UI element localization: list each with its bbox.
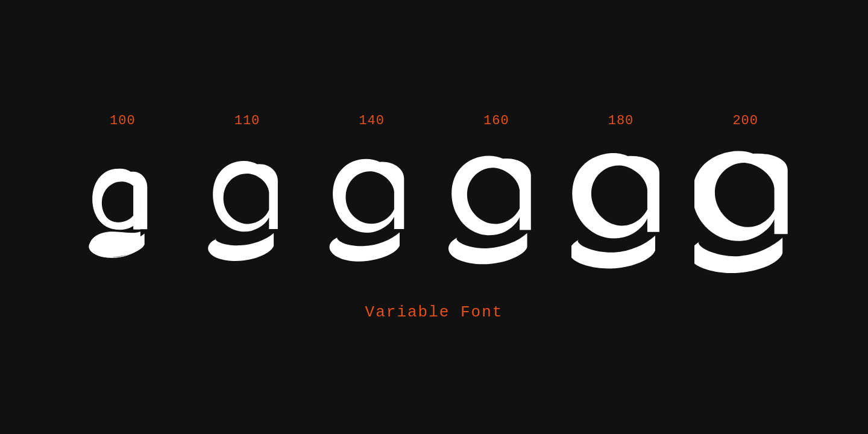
letter-wrapper-160 <box>448 140 544 273</box>
weight-item-140: 140 <box>309 113 434 273</box>
weight-label-140: 140 <box>359 113 385 128</box>
weight-label-160: 160 <box>483 113 509 128</box>
letter-wrapper-140 <box>325 140 418 273</box>
weight-item-180: 180 <box>559 113 684 273</box>
letter-wrapper-110 <box>200 140 294 273</box>
weight-item-200: 200 <box>683 113 808 273</box>
subtitle: Variable Font <box>365 303 503 321</box>
main-container: 100 110 <box>0 113 868 321</box>
weight-item-100: 100 <box>60 113 185 273</box>
letter-wrapper-200 <box>694 140 797 273</box>
weights-row: 100 110 <box>0 113 868 273</box>
letter-wrapper-180 <box>571 140 671 273</box>
weight-label-180: 180 <box>608 113 634 128</box>
weight-item-160: 160 <box>434 113 559 273</box>
weight-label-200: 200 <box>732 113 758 128</box>
letter-wrapper-100 <box>79 140 166 273</box>
weight-label-110: 110 <box>234 113 260 128</box>
weight-item-110: 110 <box>185 113 310 273</box>
weight-label-100: 100 <box>110 113 136 128</box>
